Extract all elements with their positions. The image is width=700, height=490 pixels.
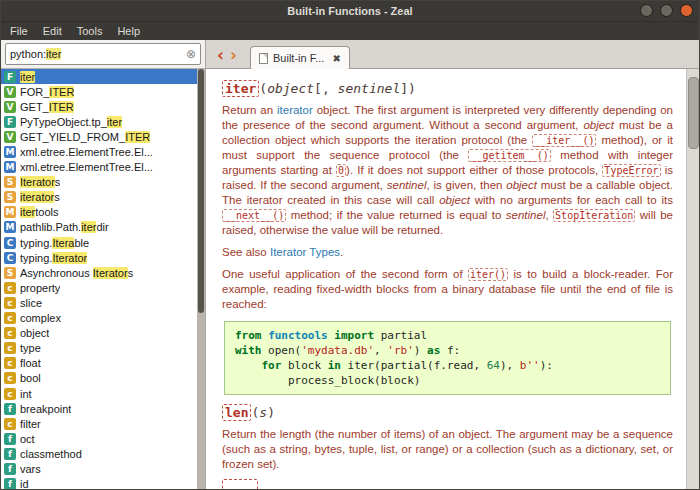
function-icon: f: [4, 448, 16, 460]
menu-item-help[interactable]: Help: [117, 25, 140, 37]
minimize-button[interactable]: [640, 4, 653, 17]
sidebar-scrollbar[interactable]: [197, 69, 205, 489]
doc-text: .: [340, 246, 343, 258]
list-item[interactable]: VGET_YIELD_FROM_ITER: [1, 129, 197, 144]
function-signature: len(s): [222, 405, 673, 420]
tab-builtin-functions[interactable]: Built-in F... ✖: [250, 46, 350, 69]
list-item-label: property: [20, 282, 60, 294]
doc-text: ,: [545, 209, 553, 221]
list-item-label: classmethod: [20, 448, 82, 460]
list-item[interactable]: fid: [1, 477, 197, 489]
doc-text: object: [583, 119, 614, 131]
function-signature: iter(object[, sentinel]): [222, 81, 673, 96]
back-icon[interactable]: ‹: [217, 45, 224, 65]
opcode-icon: V: [4, 101, 16, 113]
list-item[interactable]: ctype: [1, 341, 197, 356]
list-item[interactable]: fbreakpoint: [1, 401, 197, 416]
list-item[interactable]: Ctyping.Iterator: [1, 250, 197, 265]
list-item-label: breakpoint: [20, 403, 71, 415]
menu-item-file[interactable]: File: [10, 25, 28, 37]
tab-close-icon[interactable]: ✖: [332, 53, 340, 64]
content-scrollbar[interactable]: [686, 69, 699, 489]
code-link[interactable]: __next__(): [222, 209, 286, 222]
list-item-label: typing.Iterator: [20, 252, 87, 264]
class-icon: c: [4, 372, 16, 384]
list-item[interactable]: Fiter: [1, 69, 197, 84]
sidebar-scrollbar-thumb[interactable]: [198, 69, 204, 313]
maximize-button[interactable]: [660, 4, 673, 17]
list-item[interactable]: cproperty: [1, 280, 197, 295]
code-link[interactable]: __getitem__(): [468, 149, 550, 162]
list-item[interactable]: FPyTypeObject.tp_iter: [1, 114, 197, 129]
list-item[interactable]: cbool: [1, 371, 197, 386]
code-link[interactable]: TypeError: [602, 164, 660, 177]
search-prefix: python:: [10, 48, 46, 60]
class-icon: c: [4, 342, 16, 354]
code-link[interactable]: 0: [336, 164, 346, 177]
list-item[interactable]: Ctyping.Iterable: [1, 235, 197, 250]
list-item[interactable]: Mitertools: [1, 205, 197, 220]
signature-punctuation: ]): [400, 81, 416, 96]
list-item[interactable]: fclassmethod: [1, 446, 197, 461]
close-button[interactable]: [680, 4, 693, 17]
list-item[interactable]: cobject: [1, 326, 197, 341]
list-item[interactable]: cfilter: [1, 416, 197, 431]
parameter-name: object: [267, 81, 314, 96]
section-icon: S: [4, 176, 16, 188]
menu-item-edit[interactable]: Edit: [43, 25, 62, 37]
code-link[interactable]: StopIteration: [553, 209, 635, 222]
doc-text: sentinel: [506, 209, 546, 221]
class-icon: c: [4, 312, 16, 324]
list-item[interactable]: SIterators: [1, 175, 197, 190]
list-item[interactable]: fvars: [1, 461, 197, 476]
class-icon: C: [4, 237, 16, 249]
list-item[interactable]: cfloat: [1, 356, 197, 371]
module-icon: M: [4, 206, 16, 218]
list-item[interactable]: Mxml.etree.ElementTree.El...: [1, 144, 197, 159]
search-input[interactable]: python:iter ⊗: [5, 43, 201, 65]
forward-icon[interactable]: ›: [230, 45, 237, 65]
list-item-label: filter: [20, 418, 41, 430]
list-item-label: Iterators: [20, 176, 60, 188]
list-item-label: typing.Iterable: [20, 237, 89, 249]
list-item-label: xml.etree.ElementTree.El...: [20, 146, 153, 158]
list-item-label: int: [20, 388, 32, 400]
list-item[interactable]: cint: [1, 386, 197, 401]
list-item[interactable]: Mxml.etree.ElementTree.El...: [1, 160, 197, 175]
doc-link[interactable]: iterator: [277, 104, 313, 116]
parameter-name: s: [259, 405, 267, 420]
list-item-label: pathlib.Path.iterdir: [20, 221, 109, 233]
code-link[interactable]: iter(): [468, 268, 508, 281]
method-icon: M: [4, 161, 16, 173]
doc-paragraph: See also Iterator Types.: [222, 245, 673, 260]
code-link[interactable]: __iter__(): [532, 134, 596, 147]
clear-search-icon[interactable]: ⊗: [186, 48, 196, 60]
menu-item-tools[interactable]: Tools: [77, 25, 103, 37]
doc-text: with no arguments for each call to its: [470, 194, 673, 206]
list-item[interactable]: VFOR_ITER: [1, 84, 197, 99]
method-icon: M: [4, 146, 16, 158]
function-name-link[interactable]: iter: [222, 80, 259, 97]
search-area: python:iter ⊗: [1, 40, 205, 68]
main-area: python:iter ⊗ FiterVFOR_ITERVGET_ITERFPy…: [1, 40, 699, 489]
list-item[interactable]: foct: [1, 431, 197, 446]
doc-text: object: [506, 179, 537, 191]
method-icon: M: [4, 221, 16, 233]
list-item-label: slice: [20, 297, 42, 309]
function-name-link[interactable]: len: [222, 404, 251, 421]
class-icon: c: [4, 357, 16, 369]
list-item[interactable]: Siterators: [1, 190, 197, 205]
document-area: iter(object[, sentinel])Return an iterat…: [206, 69, 699, 489]
list-item[interactable]: VGET_ITER: [1, 99, 197, 114]
doc-paragraph: Return the length (the number of items) …: [222, 427, 673, 472]
list-item[interactable]: Mpathlib.Path.iterdir: [1, 220, 197, 235]
list-item[interactable]: SAsynchronous Iterators: [1, 265, 197, 280]
doc-text: Return the length (the number of items) …: [222, 428, 673, 470]
doc-link[interactable]: Iterator Types: [270, 246, 340, 258]
app-window: Built-in Functions - Zeal FileEditToolsH…: [0, 0, 700, 490]
list-item[interactable]: ccomplex: [1, 311, 197, 326]
content-scrollbar-thumb[interactable]: [688, 77, 699, 149]
class-icon: c: [4, 327, 16, 339]
function-icon: f: [4, 433, 16, 445]
list-item[interactable]: cslice: [1, 295, 197, 310]
